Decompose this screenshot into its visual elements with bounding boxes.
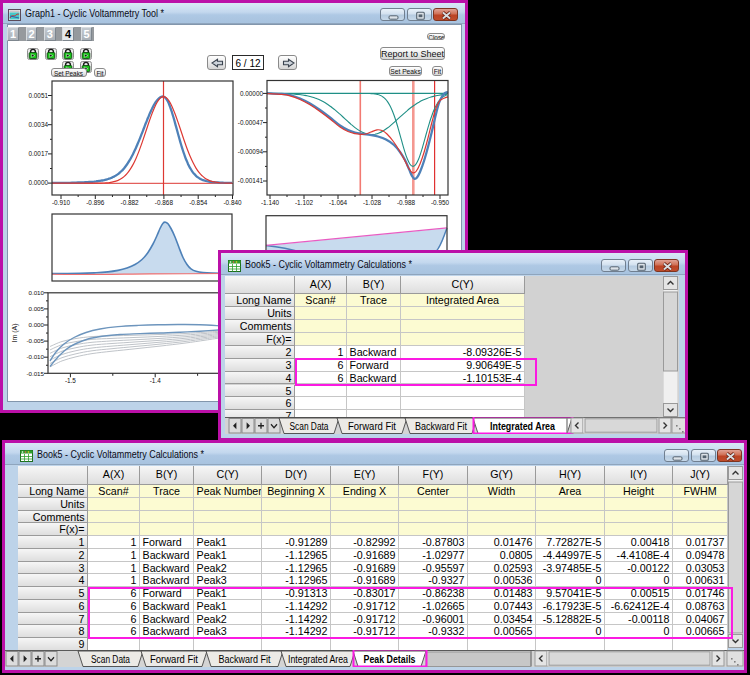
svg-text:Backward Fit: Backward Fit	[415, 421, 467, 432]
svg-text:Peak Details: Peak Details	[364, 654, 416, 665]
svg-text:Forward Fit: Forward Fit	[150, 654, 198, 665]
svg-text:Scan Data: Scan Data	[91, 654, 130, 665]
svg-text:Scan Data: Scan Data	[290, 421, 329, 432]
svg-text:Integrated Area: Integrated Area	[490, 421, 555, 432]
svg-text:Forward Fit: Forward Fit	[348, 421, 396, 432]
svg-text:Integrated Area: Integrated Area	[288, 654, 348, 665]
svg-text:Backward Fit: Backward Fit	[219, 654, 271, 665]
